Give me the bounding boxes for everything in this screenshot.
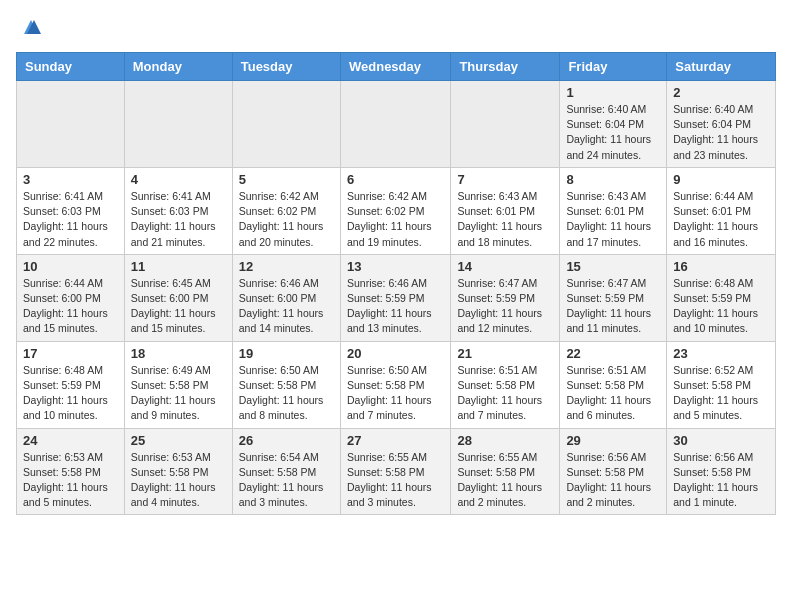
day-info: Sunrise: 6:55 AM Sunset: 5:58 PM Dayligh…	[347, 450, 444, 511]
calendar-cell: 22Sunrise: 6:51 AM Sunset: 5:58 PM Dayli…	[560, 341, 667, 428]
day-info: Sunrise: 6:40 AM Sunset: 6:04 PM Dayligh…	[673, 102, 769, 163]
day-info: Sunrise: 6:50 AM Sunset: 5:58 PM Dayligh…	[239, 363, 334, 424]
calendar-cell: 3Sunrise: 6:41 AM Sunset: 6:03 PM Daylig…	[17, 167, 125, 254]
calendar-cell	[232, 81, 340, 168]
calendar-table: SundayMondayTuesdayWednesdayThursdayFrid…	[16, 52, 776, 515]
day-number: 6	[347, 172, 444, 187]
day-number: 16	[673, 259, 769, 274]
day-info: Sunrise: 6:42 AM Sunset: 6:02 PM Dayligh…	[239, 189, 334, 250]
calendar-week-row: 10Sunrise: 6:44 AM Sunset: 6:00 PM Dayli…	[17, 254, 776, 341]
day-info: Sunrise: 6:51 AM Sunset: 5:58 PM Dayligh…	[457, 363, 553, 424]
day-number: 4	[131, 172, 226, 187]
page-header	[16, 16, 776, 44]
day-number: 15	[566, 259, 660, 274]
calendar-cell: 5Sunrise: 6:42 AM Sunset: 6:02 PM Daylig…	[232, 167, 340, 254]
day-info: Sunrise: 6:43 AM Sunset: 6:01 PM Dayligh…	[566, 189, 660, 250]
day-info: Sunrise: 6:44 AM Sunset: 6:01 PM Dayligh…	[673, 189, 769, 250]
day-info: Sunrise: 6:47 AM Sunset: 5:59 PM Dayligh…	[566, 276, 660, 337]
calendar-cell	[340, 81, 450, 168]
calendar-cell: 19Sunrise: 6:50 AM Sunset: 5:58 PM Dayli…	[232, 341, 340, 428]
day-info: Sunrise: 6:41 AM Sunset: 6:03 PM Dayligh…	[131, 189, 226, 250]
calendar-cell	[451, 81, 560, 168]
day-number: 11	[131, 259, 226, 274]
day-number: 27	[347, 433, 444, 448]
day-info: Sunrise: 6:42 AM Sunset: 6:02 PM Dayligh…	[347, 189, 444, 250]
day-info: Sunrise: 6:45 AM Sunset: 6:00 PM Dayligh…	[131, 276, 226, 337]
weekday-header-sunday: Sunday	[17, 53, 125, 81]
calendar-week-row: 17Sunrise: 6:48 AM Sunset: 5:59 PM Dayli…	[17, 341, 776, 428]
day-number: 1	[566, 85, 660, 100]
calendar-cell: 27Sunrise: 6:55 AM Sunset: 5:58 PM Dayli…	[340, 428, 450, 515]
day-info: Sunrise: 6:47 AM Sunset: 5:59 PM Dayligh…	[457, 276, 553, 337]
day-number: 18	[131, 346, 226, 361]
day-number: 8	[566, 172, 660, 187]
calendar-cell: 24Sunrise: 6:53 AM Sunset: 5:58 PM Dayli…	[17, 428, 125, 515]
calendar-cell: 13Sunrise: 6:46 AM Sunset: 5:59 PM Dayli…	[340, 254, 450, 341]
day-info: Sunrise: 6:41 AM Sunset: 6:03 PM Dayligh…	[23, 189, 118, 250]
calendar-cell: 29Sunrise: 6:56 AM Sunset: 5:58 PM Dayli…	[560, 428, 667, 515]
calendar-cell: 17Sunrise: 6:48 AM Sunset: 5:59 PM Dayli…	[17, 341, 125, 428]
calendar-cell: 23Sunrise: 6:52 AM Sunset: 5:58 PM Dayli…	[667, 341, 776, 428]
calendar-cell: 2Sunrise: 6:40 AM Sunset: 6:04 PM Daylig…	[667, 81, 776, 168]
day-number: 12	[239, 259, 334, 274]
day-info: Sunrise: 6:50 AM Sunset: 5:58 PM Dayligh…	[347, 363, 444, 424]
calendar-cell: 10Sunrise: 6:44 AM Sunset: 6:00 PM Dayli…	[17, 254, 125, 341]
calendar-cell: 8Sunrise: 6:43 AM Sunset: 6:01 PM Daylig…	[560, 167, 667, 254]
day-number: 26	[239, 433, 334, 448]
calendar-cell: 21Sunrise: 6:51 AM Sunset: 5:58 PM Dayli…	[451, 341, 560, 428]
calendar-cell: 9Sunrise: 6:44 AM Sunset: 6:01 PM Daylig…	[667, 167, 776, 254]
day-number: 9	[673, 172, 769, 187]
calendar-cell: 16Sunrise: 6:48 AM Sunset: 5:59 PM Dayli…	[667, 254, 776, 341]
day-info: Sunrise: 6:56 AM Sunset: 5:58 PM Dayligh…	[673, 450, 769, 511]
day-number: 3	[23, 172, 118, 187]
calendar-cell: 14Sunrise: 6:47 AM Sunset: 5:59 PM Dayli…	[451, 254, 560, 341]
calendar-cell: 1Sunrise: 6:40 AM Sunset: 6:04 PM Daylig…	[560, 81, 667, 168]
day-info: Sunrise: 6:48 AM Sunset: 5:59 PM Dayligh…	[673, 276, 769, 337]
weekday-header-saturday: Saturday	[667, 53, 776, 81]
day-number: 7	[457, 172, 553, 187]
calendar-cell: 26Sunrise: 6:54 AM Sunset: 5:58 PM Dayli…	[232, 428, 340, 515]
calendar-cell	[124, 81, 232, 168]
weekday-header-monday: Monday	[124, 53, 232, 81]
calendar-header-row: SundayMondayTuesdayWednesdayThursdayFrid…	[17, 53, 776, 81]
weekday-header-friday: Friday	[560, 53, 667, 81]
day-info: Sunrise: 6:48 AM Sunset: 5:59 PM Dayligh…	[23, 363, 118, 424]
calendar-cell: 15Sunrise: 6:47 AM Sunset: 5:59 PM Dayli…	[560, 254, 667, 341]
calendar-cell: 25Sunrise: 6:53 AM Sunset: 5:58 PM Dayli…	[124, 428, 232, 515]
calendar-cell: 12Sunrise: 6:46 AM Sunset: 6:00 PM Dayli…	[232, 254, 340, 341]
logo-icon	[20, 16, 56, 44]
day-number: 22	[566, 346, 660, 361]
day-info: Sunrise: 6:54 AM Sunset: 5:58 PM Dayligh…	[239, 450, 334, 511]
day-info: Sunrise: 6:56 AM Sunset: 5:58 PM Dayligh…	[566, 450, 660, 511]
day-info: Sunrise: 6:43 AM Sunset: 6:01 PM Dayligh…	[457, 189, 553, 250]
day-info: Sunrise: 6:53 AM Sunset: 5:58 PM Dayligh…	[131, 450, 226, 511]
day-number: 25	[131, 433, 226, 448]
day-info: Sunrise: 6:46 AM Sunset: 5:59 PM Dayligh…	[347, 276, 444, 337]
weekday-header-thursday: Thursday	[451, 53, 560, 81]
day-info: Sunrise: 6:46 AM Sunset: 6:00 PM Dayligh…	[239, 276, 334, 337]
calendar-cell: 11Sunrise: 6:45 AM Sunset: 6:00 PM Dayli…	[124, 254, 232, 341]
calendar-cell	[17, 81, 125, 168]
calendar-week-row: 1Sunrise: 6:40 AM Sunset: 6:04 PM Daylig…	[17, 81, 776, 168]
weekday-header-tuesday: Tuesday	[232, 53, 340, 81]
day-number: 2	[673, 85, 769, 100]
day-number: 17	[23, 346, 118, 361]
calendar-cell: 4Sunrise: 6:41 AM Sunset: 6:03 PM Daylig…	[124, 167, 232, 254]
day-number: 24	[23, 433, 118, 448]
day-info: Sunrise: 6:53 AM Sunset: 5:58 PM Dayligh…	[23, 450, 118, 511]
day-number: 5	[239, 172, 334, 187]
weekday-header-wednesday: Wednesday	[340, 53, 450, 81]
calendar-week-row: 3Sunrise: 6:41 AM Sunset: 6:03 PM Daylig…	[17, 167, 776, 254]
day-number: 21	[457, 346, 553, 361]
day-info: Sunrise: 6:44 AM Sunset: 6:00 PM Dayligh…	[23, 276, 118, 337]
day-number: 14	[457, 259, 553, 274]
day-number: 30	[673, 433, 769, 448]
calendar-cell: 6Sunrise: 6:42 AM Sunset: 6:02 PM Daylig…	[340, 167, 450, 254]
day-info: Sunrise: 6:40 AM Sunset: 6:04 PM Dayligh…	[566, 102, 660, 163]
day-number: 23	[673, 346, 769, 361]
day-number: 10	[23, 259, 118, 274]
day-number: 29	[566, 433, 660, 448]
day-info: Sunrise: 6:52 AM Sunset: 5:58 PM Dayligh…	[673, 363, 769, 424]
day-number: 28	[457, 433, 553, 448]
calendar-cell: 18Sunrise: 6:49 AM Sunset: 5:58 PM Dayli…	[124, 341, 232, 428]
